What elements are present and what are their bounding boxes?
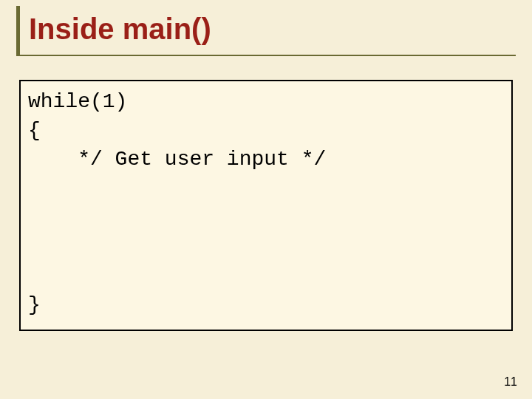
code-line-3: */ Get user input */ bbox=[28, 148, 326, 171]
code-brace-close: } bbox=[28, 290, 41, 319]
code-block: while(1) { */ Get user input */} bbox=[28, 87, 504, 174]
code-line-1: while(1) bbox=[28, 90, 127, 113]
code-box: while(1) { */ Get user input */} bbox=[19, 80, 513, 331]
title-container: Inside main() bbox=[16, 6, 516, 56]
slide: Inside main() while(1) { */ Get user inp… bbox=[0, 0, 532, 399]
slide-title: Inside main() bbox=[29, 13, 516, 44]
page-number: 11 bbox=[504, 375, 517, 389]
code-line-2: { bbox=[28, 119, 41, 142]
